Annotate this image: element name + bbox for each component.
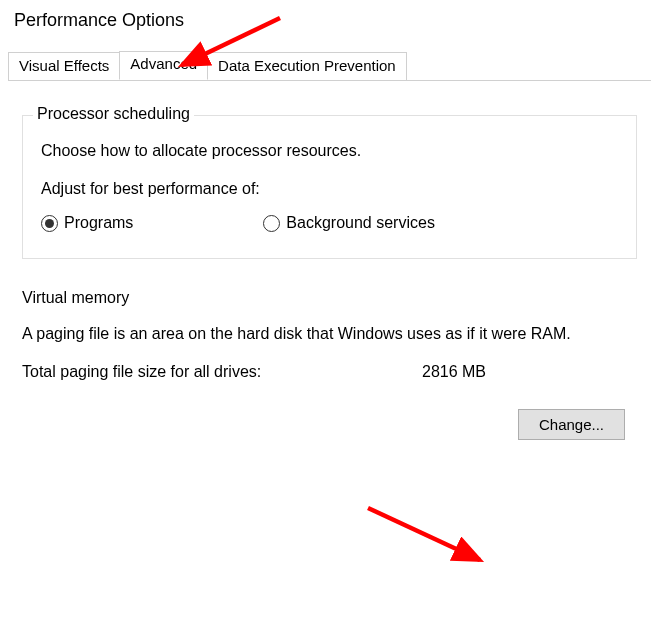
tab-advanced[interactable]: Advanced — [119, 51, 208, 80]
radio-programs[interactable]: Programs — [41, 214, 133, 232]
tab-border — [8, 80, 651, 81]
tab-dep[interactable]: Data Execution Prevention — [207, 52, 407, 81]
radio-icon — [263, 215, 280, 232]
group-processor-scheduling: Processor scheduling Choose how to alloc… — [22, 115, 637, 259]
group-virtual-memory: Virtual memory A paging file is an area … — [22, 289, 637, 440]
processor-subheading: Adjust for best performance of: — [41, 180, 618, 198]
svg-line-3 — [368, 508, 480, 560]
radio-label-programs: Programs — [64, 214, 133, 232]
radio-group-performance: Programs Background services — [41, 214, 618, 232]
radio-icon — [41, 215, 58, 232]
change-button[interactable]: Change... — [518, 409, 625, 440]
radio-background-services[interactable]: Background services — [263, 214, 435, 232]
group-legend-processor: Processor scheduling — [33, 105, 194, 123]
processor-desc: Choose how to allocate processor resourc… — [41, 142, 618, 160]
group-legend-vm: Virtual memory — [22, 289, 637, 307]
vm-info-value: 2816 MB — [422, 363, 486, 381]
tab-panel-advanced: Processor scheduling Choose how to alloc… — [0, 81, 659, 460]
change-row: Change... — [22, 409, 637, 440]
tab-visual-effects[interactable]: Visual Effects — [8, 52, 120, 81]
vm-desc: A paging file is an area on the hard dis… — [22, 323, 637, 345]
vm-info-row: Total paging file size for all drives: 2… — [22, 363, 637, 381]
annotation-arrow-change — [360, 498, 530, 578]
window-title: Performance Options — [0, 0, 659, 37]
vm-info-label: Total paging file size for all drives: — [22, 363, 422, 381]
tab-strip: Visual Effects Advanced Data Execution P… — [8, 51, 659, 80]
radio-label-background: Background services — [286, 214, 435, 232]
